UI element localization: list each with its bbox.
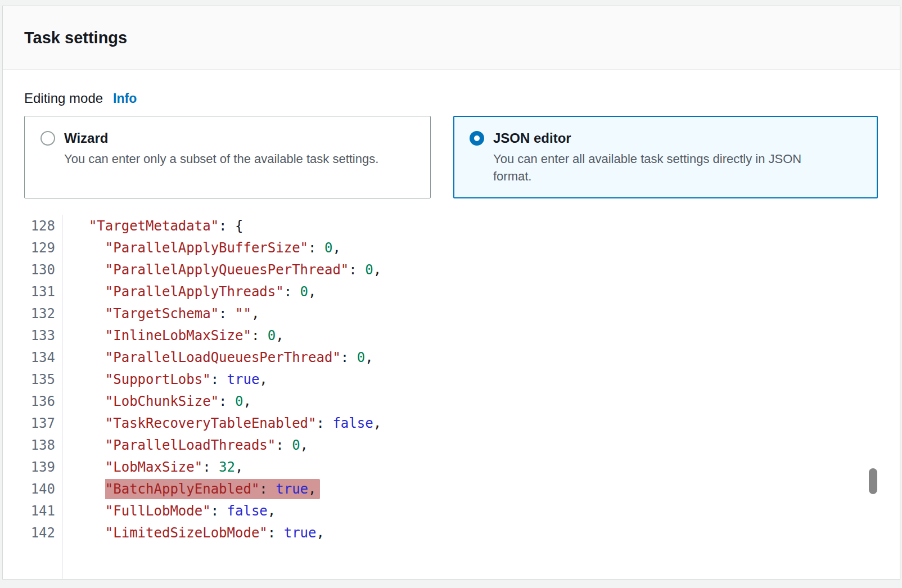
container-body: Editing mode Info Wizard You can enter o…	[3, 70, 900, 579]
line-number: 133	[24, 325, 62, 347]
code-line[interactable]: 141 "FullLobMode": false,	[24, 500, 878, 522]
code-line[interactable]: 128 "TargetMetadata": {	[24, 215, 878, 237]
line-number: 130	[24, 259, 62, 281]
gutter-filler	[24, 544, 62, 579]
option-json-editor-label: JSON editor	[493, 129, 836, 147]
code-line[interactable]: 136 "LobChunkSize": 0,	[24, 391, 878, 413]
line-number: 141	[24, 500, 62, 522]
line-number: 139	[24, 456, 62, 478]
code-text: "ParallelLoadQueuesPerThread": 0,	[62, 347, 373, 369]
code-text: "TargetMetadata": {	[62, 215, 243, 237]
page-title: Task settings	[24, 29, 127, 47]
line-number: 135	[24, 369, 62, 391]
code-lines: 128 "TargetMetadata": {129 "ParallelAppl…	[24, 215, 878, 544]
container-header: Task settings	[3, 6, 900, 70]
option-json-editor-text: JSON editor You can enter all available …	[493, 129, 836, 185]
code-line[interactable]: 134 "ParallelLoadQueuesPerThread": 0,	[24, 347, 878, 369]
editing-mode-options: Wizard You can enter only a subset of th…	[24, 116, 878, 198]
line-number: 134	[24, 347, 62, 369]
code-line[interactable]: 131 "ParallelApplyThreads": 0,	[24, 281, 878, 303]
info-link[interactable]: Info	[113, 91, 137, 106]
code-line[interactable]: 142 "LimitedSizeLobMode": true,	[24, 522, 878, 544]
code-text: "SupportLobs": true,	[62, 369, 268, 391]
option-wizard[interactable]: Wizard You can enter only a subset of th…	[24, 116, 431, 198]
code-line[interactable]: 139 "LobMaxSize": 32,	[24, 456, 878, 478]
code-text: "LobChunkSize": 0,	[62, 391, 251, 413]
line-number: 138	[24, 435, 62, 456]
option-json-editor-description: You can enter all available task setting…	[493, 150, 836, 185]
editing-mode-row: Editing mode Info	[24, 91, 878, 106]
code-text: "TaskRecoveryTableEnabled": false,	[62, 413, 381, 435]
line-number: 129	[24, 237, 62, 259]
json-code-editor[interactable]: 128 "TargetMetadata": {129 "ParallelAppl…	[24, 215, 878, 579]
code-line[interactable]: 137 "TaskRecoveryTableEnabled": false,	[24, 413, 878, 435]
code-text: "InlineLobMaxSize": 0,	[62, 325, 284, 347]
option-json-editor[interactable]: JSON editor You can enter all available …	[453, 116, 878, 198]
line-number: 140	[24, 478, 62, 500]
code-text: "ParallelApplyQueuesPerThread": 0,	[62, 259, 381, 281]
code-text: "ParallelApplyBufferSize": 0,	[62, 237, 341, 259]
editor-scrollbar-thumb[interactable]	[869, 468, 877, 494]
option-wizard-label: Wizard	[64, 129, 378, 147]
code-text: "FullLobMode": false,	[62, 500, 276, 522]
editing-mode-label: Editing mode	[24, 91, 103, 106]
code-line[interactable]: 133 "InlineLobMaxSize": 0,	[24, 325, 878, 347]
code-line[interactable]: 132 "TargetSchema": "",	[24, 303, 878, 325]
code-text: "BatchApplyEnabled": true,	[62, 478, 320, 500]
code-line[interactable]: 138 "ParallelLoadThreads": 0,	[24, 435, 878, 456]
option-wizard-description: You can enter only a subset of the avail…	[64, 150, 378, 168]
code-line[interactable]: 130 "ParallelApplyQueuesPerThread": 0,	[24, 259, 878, 281]
code-text: "ParallelLoadThreads": 0,	[62, 435, 308, 456]
line-number: 142	[24, 522, 62, 544]
radio-selected-icon[interactable]	[470, 131, 484, 146]
code-text: "LimitedSizeLobMode": true,	[62, 522, 324, 544]
code-text: "ParallelApplyThreads": 0,	[62, 281, 317, 303]
task-settings-container: Task settings Editing mode Info Wizard Y…	[2, 6, 900, 580]
radio-unselected-icon[interactable]	[40, 131, 55, 146]
code-line[interactable]: 129 "ParallelApplyBufferSize": 0,	[24, 237, 878, 259]
code-text: "LobMaxSize": 32,	[62, 456, 243, 478]
line-number: 136	[24, 391, 62, 413]
code-line[interactable]: 135 "SupportLobs": true,	[24, 369, 878, 391]
line-number: 132	[24, 303, 62, 325]
code-text: "TargetSchema": "",	[62, 303, 259, 325]
line-number: 128	[24, 215, 62, 237]
code-line[interactable]: 140 "BatchApplyEnabled": true,	[24, 478, 878, 500]
option-wizard-text: Wizard You can enter only a subset of th…	[64, 129, 378, 168]
line-number: 131	[24, 281, 62, 303]
line-number: 137	[24, 413, 62, 435]
